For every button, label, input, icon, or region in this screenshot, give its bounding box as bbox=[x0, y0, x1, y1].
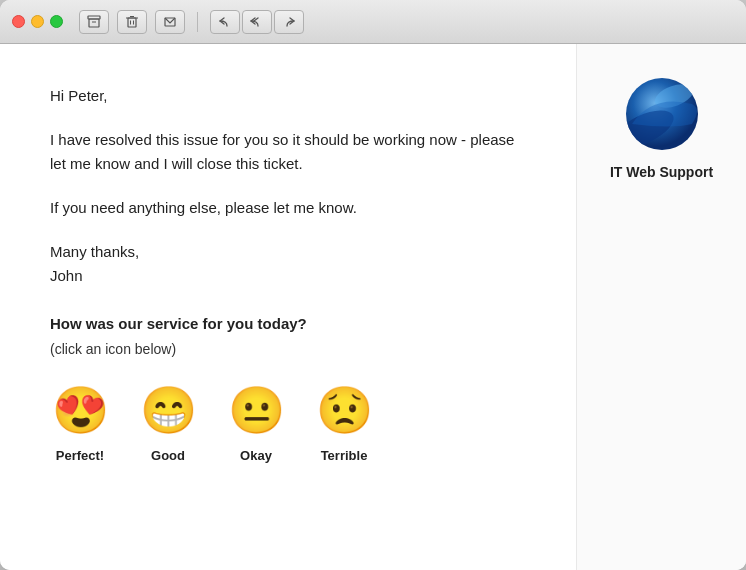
forward-button[interactable] bbox=[274, 10, 304, 34]
email-greeting: Hi Peter, bbox=[50, 84, 526, 108]
separator bbox=[197, 12, 198, 32]
email-signature: Many thanks, John bbox=[50, 240, 526, 288]
reply-all-button[interactable] bbox=[242, 10, 272, 34]
feedback-section: How was our service for you today? (clic… bbox=[50, 312, 526, 467]
emoji-terrible[interactable]: 😟 Terrible bbox=[314, 380, 374, 467]
emoji-good[interactable]: 😁 Good bbox=[138, 380, 198, 467]
emoji-okay[interactable]: 😐 Okay bbox=[226, 380, 286, 467]
svg-rect-1 bbox=[89, 19, 99, 27]
emoji-good-label: Good bbox=[151, 446, 185, 467]
emoji-terrible-face: 😟 bbox=[314, 380, 374, 440]
emoji-okay-label: Okay bbox=[240, 446, 272, 467]
titlebar bbox=[0, 0, 746, 44]
reply-button[interactable] bbox=[210, 10, 240, 34]
company-name: IT Web Support bbox=[610, 164, 713, 180]
logo-container: IT Web Support bbox=[610, 74, 713, 180]
feedback-question: How was our service for you today? bbox=[50, 312, 526, 336]
trash-button[interactable] bbox=[117, 10, 147, 34]
email-content: Hi Peter, I have resolved this issue for… bbox=[0, 44, 746, 570]
minimize-button[interactable] bbox=[31, 15, 44, 28]
email-thanks: Many thanks, bbox=[50, 240, 526, 264]
company-logo bbox=[622, 74, 702, 154]
emoji-perfect-label: Perfect! bbox=[56, 446, 104, 467]
svg-rect-3 bbox=[128, 18, 136, 27]
email-body: Hi Peter, I have resolved this issue for… bbox=[0, 44, 576, 570]
emoji-row: 😍 Perfect! 😁 Good 😐 Okay 😟 Terrible bbox=[50, 380, 526, 467]
email-paragraph-1: I have resolved this issue for you so it… bbox=[50, 128, 526, 176]
email-paragraph-2: If you need anything else, please let me… bbox=[50, 196, 526, 220]
email-name: John bbox=[50, 264, 526, 288]
emoji-terrible-label: Terrible bbox=[321, 446, 368, 467]
emoji-good-face: 😁 bbox=[138, 380, 198, 440]
traffic-lights bbox=[12, 15, 63, 28]
feedback-instruction: (click an icon below) bbox=[50, 338, 526, 360]
sidebar: IT Web Support bbox=[576, 44, 746, 570]
emoji-perfect[interactable]: 😍 Perfect! bbox=[50, 380, 110, 467]
emoji-perfect-face: 😍 bbox=[50, 380, 110, 440]
archive-button[interactable] bbox=[79, 10, 109, 34]
emoji-okay-face: 😐 bbox=[226, 380, 286, 440]
junk-button[interactable] bbox=[155, 10, 185, 34]
close-button[interactable] bbox=[12, 15, 25, 28]
mail-window: Hi Peter, I have resolved this issue for… bbox=[0, 0, 746, 570]
nav-group bbox=[210, 10, 304, 34]
maximize-button[interactable] bbox=[50, 15, 63, 28]
